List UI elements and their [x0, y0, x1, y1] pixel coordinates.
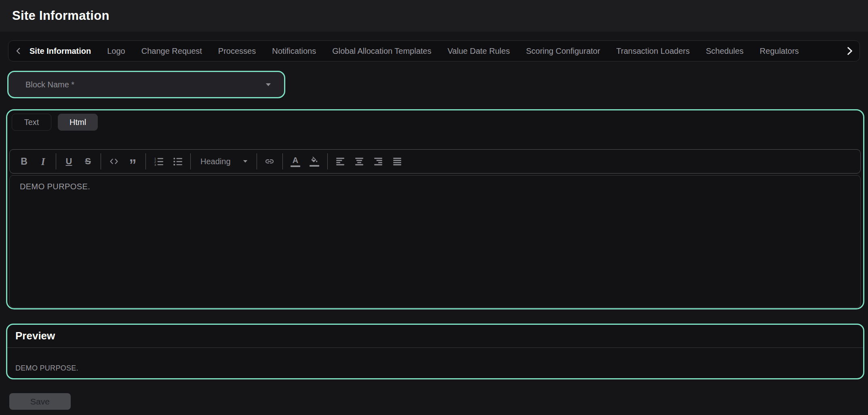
- save-button[interactable]: Save: [9, 393, 71, 410]
- heading-select-value: Heading: [200, 157, 231, 166]
- tab-scoring-configurator[interactable]: Scoring Configurator: [526, 47, 600, 56]
- highlight-color-button[interactable]: [305, 152, 324, 171]
- italic-icon: I: [41, 157, 45, 167]
- html-editor-section: Text Html B I U S ”: [6, 109, 864, 309]
- page-header: Site Information: [0, 0, 868, 32]
- preview-section: Preview DEMO PURPOSE.: [6, 324, 864, 379]
- tab-site-information[interactable]: Site Information: [29, 47, 91, 56]
- align-right-icon: [373, 156, 383, 167]
- toolbar-divider: [282, 153, 283, 169]
- underline-icon: U: [66, 157, 72, 166]
- heading-select[interactable]: Heading: [194, 152, 253, 171]
- align-justify-button[interactable]: [388, 152, 407, 171]
- toolbar-divider: [257, 153, 257, 169]
- editor-toolbar: B I U S ” 123: [9, 149, 861, 174]
- toolbar-divider: [145, 153, 146, 169]
- editor-mode-text-tab[interactable]: Text: [12, 114, 51, 131]
- block-name-label: Block Name *: [25, 80, 74, 89]
- chevron-down-icon: [265, 83, 271, 87]
- align-left-icon: [335, 156, 346, 167]
- app-root: Site Information Site Information Logo C…: [0, 0, 868, 415]
- editor-content-text: DEMO PURPOSE.: [20, 182, 850, 191]
- preview-content: DEMO PURPOSE.: [7, 348, 863, 373]
- tab-schedules[interactable]: Schedules: [706, 47, 744, 56]
- align-justify-icon: [392, 156, 402, 167]
- strikethrough-button[interactable]: S: [78, 152, 97, 171]
- tab-value-date-rules[interactable]: Value Date Rules: [448, 47, 510, 56]
- tab-transaction-loaders[interactable]: Transaction Loaders: [616, 47, 690, 56]
- bold-button[interactable]: B: [15, 152, 34, 171]
- page-title: Site Information: [12, 8, 110, 23]
- blockquote-button[interactable]: ”: [123, 152, 142, 171]
- chevron-left-icon: [14, 47, 23, 55]
- tab-regulators[interactable]: Regulators: [760, 47, 799, 56]
- tab-bar: Site Information Logo Change Request Pro…: [8, 40, 860, 61]
- text-color-button[interactable]: A: [286, 152, 305, 171]
- bullet-list-icon: [173, 156, 183, 167]
- editor-content-area[interactable]: DEMO PURPOSE.: [9, 175, 861, 308]
- chevron-right-icon: [844, 46, 855, 56]
- toolbar-divider: [327, 153, 328, 169]
- editor-mode-tabs: Text Html: [12, 114, 861, 131]
- code-button[interactable]: [104, 152, 123, 171]
- chevron-down-icon: [243, 160, 248, 163]
- text-color-icon: A: [293, 156, 298, 164]
- italic-button[interactable]: I: [34, 152, 53, 171]
- align-center-icon: [354, 156, 364, 167]
- bold-icon: B: [21, 157, 27, 166]
- tab-logo[interactable]: Logo: [107, 47, 125, 56]
- code-icon: [109, 157, 119, 166]
- bullet-list-button[interactable]: [168, 152, 187, 171]
- align-right-button[interactable]: [369, 152, 388, 171]
- preview-title: Preview: [7, 325, 863, 342]
- tab-list: Site Information Logo Change Request Pro…: [29, 47, 854, 56]
- tabs-scroll-right-button[interactable]: [844, 41, 855, 61]
- toolbar-divider: [56, 153, 56, 169]
- tab-change-request[interactable]: Change Request: [141, 47, 202, 56]
- align-left-button[interactable]: [331, 152, 350, 171]
- paint-bucket-icon: [310, 157, 318, 164]
- highlight-color-bar: [310, 165, 319, 167]
- toolbar-divider: [101, 153, 101, 169]
- svg-text:3: 3: [154, 163, 156, 167]
- underline-button[interactable]: U: [59, 152, 78, 171]
- tab-notifications[interactable]: Notifications: [272, 47, 316, 56]
- align-center-button[interactable]: [350, 152, 369, 171]
- strikethrough-icon: S: [85, 157, 91, 166]
- tab-global-allocation-templates[interactable]: Global Allocation Templates: [332, 47, 431, 56]
- toolbar-divider: [190, 153, 191, 169]
- tabs-scroll-left-button[interactable]: [14, 47, 23, 55]
- link-button[interactable]: [260, 152, 279, 171]
- block-name-select[interactable]: Block Name *: [7, 71, 285, 98]
- ordered-list-icon: 123: [154, 156, 164, 167]
- link-icon: [264, 157, 275, 166]
- editor-mode-html-tab[interactable]: Html: [58, 114, 98, 131]
- tab-processes[interactable]: Processes: [218, 47, 256, 56]
- blockquote-icon: ”: [129, 158, 137, 172]
- text-color-bar: [291, 165, 300, 167]
- ordered-list-button[interactable]: 123: [149, 152, 168, 171]
